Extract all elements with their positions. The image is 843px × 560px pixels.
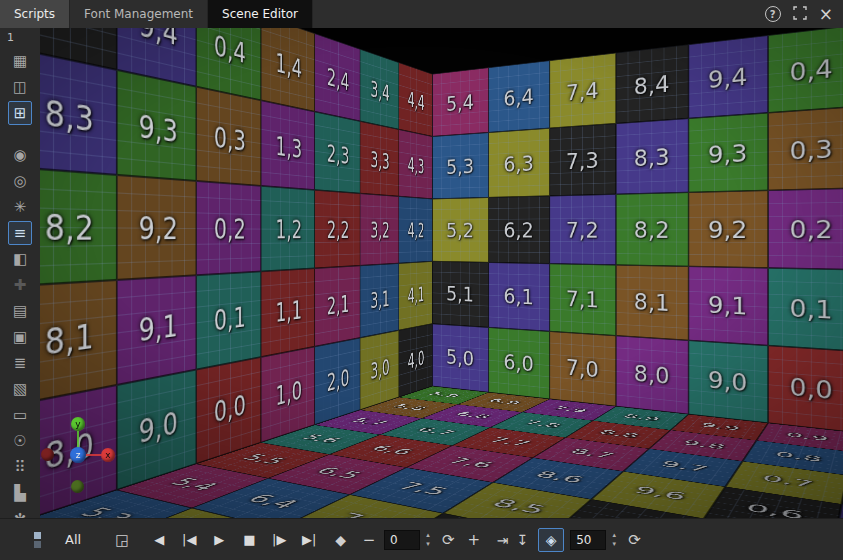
jump-to-end-button[interactable]: ▶| — [297, 532, 321, 547]
light-bulb-icon[interactable]: ☉ — [8, 429, 32, 453]
window-controls: ? × — [765, 0, 843, 28]
decrement-frame-button[interactable]: − — [360, 531, 378, 549]
stage-output-icon[interactable]: ⊞ — [8, 101, 32, 125]
negative-y-handle[interactable] — [71, 480, 84, 493]
auto-key-toggle[interactable]: ◈ — [538, 528, 564, 552]
film-strip-icon[interactable]: ▤ — [8, 299, 32, 323]
x-axis-handle[interactable]: x — [101, 448, 115, 462]
transport-controls: ◀ |◀ ▶ ■ |▶ ▶| — [147, 532, 321, 547]
speed-spin-up-button[interactable]: ▴ — [608, 531, 620, 540]
splitter-handle[interactable] — [34, 532, 41, 548]
tool-sidebar: 1 ▦◫⊞◉◎✳≡◧✚▤▣≣▧▭☉⠿▙✻ — [0, 28, 40, 518]
animation-toolbar: All ◲ ◀ |◀ ▶ ■ |▶ ▶| ◆ − ▴ ▾ ⟳ + ⇥ ↧ ◈ ▴… — [0, 518, 843, 560]
statistics-icon[interactable]: ▙ — [8, 481, 32, 505]
record-icon[interactable]: ◉ — [8, 143, 32, 167]
frame-input[interactable] — [384, 530, 420, 550]
frame-spin-down-button[interactable]: ▾ — [422, 540, 434, 549]
reset-speed-icon[interactable]: ⟳ — [628, 531, 641, 549]
step-forward-button[interactable]: |▶ — [267, 532, 291, 547]
sidebar-tools: ▦◫⊞◉◎✳≡◧✚▤▣≣▧▭☉⠿▙✻ — [8, 49, 32, 518]
jump-to-start-button[interactable]: |◀ — [177, 532, 201, 547]
keyframe-icon[interactable]: ◆ — [335, 532, 346, 548]
property-sliders-icon[interactable]: ≡ — [8, 221, 32, 245]
tab-strip: Scripts Font Management Scene Editor — [0, 0, 313, 28]
frame-spinner: ▴ ▾ — [422, 531, 434, 549]
help-icon: ? — [770, 9, 776, 20]
y-axis-handle[interactable]: y — [71, 417, 85, 431]
frame-spin-up-button[interactable]: ▴ — [422, 531, 434, 540]
play-backward-button[interactable]: ◀ — [147, 532, 171, 547]
main-area: 1 ▦◫⊞◉◎✳≡◧✚▤▣≣▧▭☉⠿▙✻ 5,46,47,48,49,40,41… — [0, 28, 843, 518]
camera-icon[interactable]: ◎ — [8, 169, 32, 193]
material-icon[interactable]: ◧ — [8, 247, 32, 271]
axis-gizmo: y x z — [40, 28, 843, 518]
fullscreen-button[interactable] — [793, 5, 807, 24]
rectangle-icon[interactable]: ▭ — [8, 403, 32, 427]
increment-frame-button[interactable]: + — [465, 531, 483, 549]
negative-x-handle[interactable] — [41, 448, 54, 461]
reset-time-icon[interactable]: ⟳ — [442, 531, 455, 549]
play-button[interactable]: ▶ — [207, 532, 231, 547]
speed-spin-down-button[interactable]: ▾ — [608, 540, 620, 549]
page-indicator: 1 — [0, 31, 14, 44]
speed-input[interactable] — [570, 530, 606, 550]
light-icon[interactable]: ✳ — [8, 195, 32, 219]
move-tool-icon[interactable]: ✚ — [8, 273, 32, 297]
app-window: Scripts Font Management Scene Editor ? ×… — [0, 0, 843, 560]
dot-grid-icon[interactable]: ⠿ — [8, 455, 32, 479]
geometry-box-icon[interactable]: ▣ — [8, 325, 32, 349]
help-button[interactable]: ? — [765, 6, 781, 22]
snowflake-icon[interactable]: ✻ — [8, 507, 32, 518]
z-axis-handle[interactable]: z — [70, 447, 86, 463]
layer-stack-icon[interactable]: ≣ — [8, 351, 32, 375]
filter-all-button[interactable]: All — [65, 532, 81, 547]
camera-icon[interactable]: ◲ — [115, 531, 129, 549]
stop-button[interactable]: ■ — [237, 532, 261, 547]
speed-spinner: ▴ ▾ — [608, 531, 620, 549]
snap-to-frame-icon[interactable]: ↧ — [516, 532, 528, 548]
tab-scripts[interactable]: Scripts — [0, 0, 70, 28]
scene-viewport[interactable]: 5,46,47,48,49,40,41,42,43,44,45,36,37,38… — [40, 28, 843, 518]
grid-view-icon[interactable]: ▦ — [8, 49, 32, 73]
next-keyframe-icon[interactable]: ⇥ — [497, 532, 509, 548]
split-view-icon[interactable]: ◫ — [8, 75, 32, 99]
tab-font-management[interactable]: Font Management — [70, 0, 208, 28]
tab-bar: Scripts Font Management Scene Editor ? × — [0, 0, 843, 28]
close-button[interactable]: × — [819, 6, 833, 23]
texture-icon[interactable]: ▧ — [8, 377, 32, 401]
tab-scene-editor[interactable]: Scene Editor — [208, 0, 313, 28]
fullscreen-icon — [793, 6, 807, 20]
